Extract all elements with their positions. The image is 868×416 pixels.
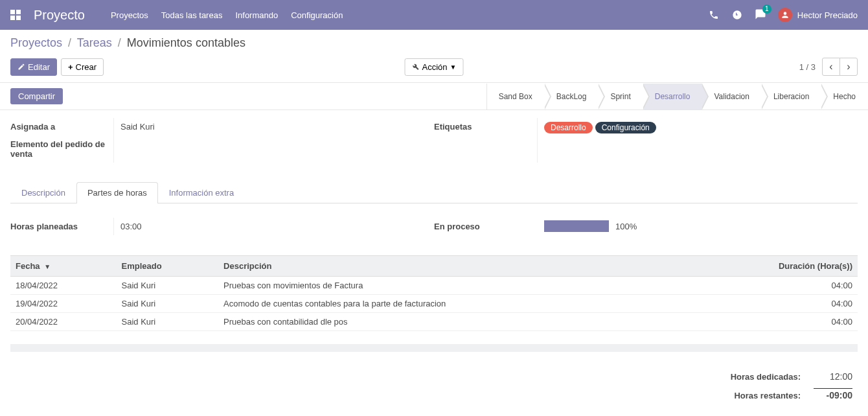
- col-date[interactable]: Fecha ▼: [10, 256, 117, 277]
- remaining-hours-value: -09:00: [814, 388, 852, 400]
- cell-date: 19/04/2022: [10, 295, 117, 313]
- avatar: [778, 8, 792, 22]
- nav-menu-informando[interactable]: Informando: [235, 10, 278, 20]
- messaging-icon[interactable]: 1: [755, 8, 766, 22]
- phone-icon[interactable]: [708, 9, 720, 21]
- planned-hours-label: Horas planeadas: [10, 218, 114, 235]
- progress-label: En proceso: [434, 218, 538, 235]
- user-menu[interactable]: Hector Preciado: [778, 8, 858, 22]
- tags-label: Etiquetas: [434, 118, 538, 163]
- cell-description: Pruebas con movimientos de Factura: [218, 277, 688, 295]
- plus-icon: +: [68, 62, 73, 72]
- breadcrumb-tareas[interactable]: Tareas: [77, 36, 112, 49]
- edit-button[interactable]: Editar: [10, 58, 57, 76]
- table-footer-bar: [10, 344, 858, 352]
- table-row[interactable]: 20/04/2022Said KuriPruebas con contabili…: [10, 313, 858, 331]
- navbar: Proyecto Proyectos Todas las tareas Info…: [0, 0, 868, 30]
- nav-menu-tareas[interactable]: Todas las tareas: [161, 10, 223, 20]
- breadcrumb-proyectos[interactable]: Proyectos: [10, 36, 62, 49]
- stage-liberacion[interactable]: Liberacion: [762, 84, 821, 110]
- so-item-label: Elemento del pedido de venta: [10, 135, 114, 163]
- apps-icon[interactable]: [10, 10, 21, 20]
- stage-backlog[interactable]: BackLog: [545, 84, 599, 110]
- cell-employee: Said Kuri: [117, 277, 219, 295]
- message-badge: 1: [762, 5, 771, 14]
- cell-duration: 04:00: [688, 313, 858, 331]
- tag: Desarrollo: [544, 122, 593, 133]
- app-title: Proyecto: [34, 8, 85, 23]
- col-duration[interactable]: Duración (Hora(s)): [688, 256, 858, 277]
- dedicated-hours-value: 12:00: [814, 371, 852, 382]
- tag: Configuración: [595, 122, 656, 133]
- username: Hector Preciado: [797, 10, 858, 20]
- cell-duration: 04:00: [688, 295, 858, 313]
- stage-sprint[interactable]: Sprint: [599, 84, 643, 110]
- cell-date: 18/04/2022: [10, 277, 117, 295]
- timesheet-table: Fecha ▼ Empleado Descripción Duración (H…: [10, 255, 858, 331]
- tab-partes-de-horas[interactable]: Partes de horas: [76, 182, 158, 203]
- nav-menu-configuracion[interactable]: Configuración: [291, 10, 343, 20]
- action-dropdown[interactable]: Acción ▼: [405, 58, 464, 76]
- assigned-to-label: Asignada a: [10, 118, 114, 135]
- cell-employee: Said Kuri: [117, 295, 219, 313]
- tags-container: DesarrolloConfiguración: [544, 122, 851, 133]
- status-row: Compartir Sand BoxBackLogSprintDesarroll…: [0, 83, 868, 110]
- pager-text: 1 / 3: [799, 62, 816, 72]
- table-row[interactable]: 18/04/2022Said KuriPruebas con movimient…: [10, 277, 858, 295]
- breadcrumb-current: Movimientos contables: [127, 36, 246, 49]
- assigned-to-value: Said Kuri: [114, 118, 434, 163]
- pager-next-button[interactable]: ›: [839, 58, 858, 76]
- table-row[interactable]: 19/04/2022Said KuriAcomodo de cuentas co…: [10, 295, 858, 313]
- stage-sand-box[interactable]: Sand Box: [487, 84, 545, 110]
- cell-date: 20/04/2022: [10, 313, 117, 331]
- form-body: Asignada a Elemento del pedido de venta …: [0, 110, 868, 416]
- remaining-hours-label: Horas restantes:: [734, 391, 801, 400]
- breadcrumb: Proyectos / Tareas / Movimientos contabl…: [10, 36, 858, 50]
- tab-content-timesheets: Horas planeadas 03:00 En proceso 100% Fe…: [10, 203, 858, 413]
- chevron-left-icon: ‹: [829, 61, 832, 73]
- sort-desc-icon: ▼: [44, 263, 51, 270]
- nav-menu-proyectos[interactable]: Proyectos: [111, 10, 148, 20]
- progress-bar: [544, 220, 609, 232]
- cell-employee: Said Kuri: [117, 313, 219, 331]
- wrench-icon: [412, 63, 420, 71]
- chevron-down-icon: ▼: [450, 64, 457, 71]
- control-panel: Proyectos / Tareas / Movimientos contabl…: [0, 30, 868, 83]
- pencil-icon: [17, 63, 25, 71]
- chevron-right-icon: ›: [847, 61, 850, 73]
- tab-información-extra[interactable]: Información extra: [158, 182, 245, 203]
- status-bar: Sand BoxBackLogSprintDesarrolloValidacio…: [486, 84, 868, 110]
- cell-description: Pruebas con contabilidad dle pos: [218, 313, 688, 331]
- navbar-menu: Proyectos Todas las tareas Informando Co…: [111, 10, 343, 20]
- cell-duration: 04:00: [688, 277, 858, 295]
- stage-desarrollo[interactable]: Desarrollo: [643, 84, 703, 110]
- col-description[interactable]: Descripción: [218, 256, 688, 277]
- create-button[interactable]: + Crear: [61, 58, 104, 76]
- totals: Horas dedicadas: 12:00 Horas restantes: …: [10, 371, 858, 400]
- dedicated-hours-label: Horas dedicadas:: [731, 372, 801, 382]
- progress-percent: 100%: [615, 222, 637, 231]
- tabs: DescripciónPartes de horasInformación ex…: [10, 182, 858, 203]
- cell-description: Acomodo de cuentas contables para la par…: [218, 295, 688, 313]
- tab-descripción[interactable]: Descripción: [10, 182, 76, 203]
- pager-prev-button[interactable]: ‹: [822, 58, 840, 76]
- stage-hecho[interactable]: Hecho: [821, 84, 868, 110]
- planned-hours-value: 03:00: [114, 218, 148, 235]
- stage-validacion[interactable]: Validacion: [702, 84, 761, 110]
- activity-icon[interactable]: [731, 9, 743, 21]
- col-employee[interactable]: Empleado: [117, 256, 219, 277]
- share-button[interactable]: Compartir: [10, 88, 63, 104]
